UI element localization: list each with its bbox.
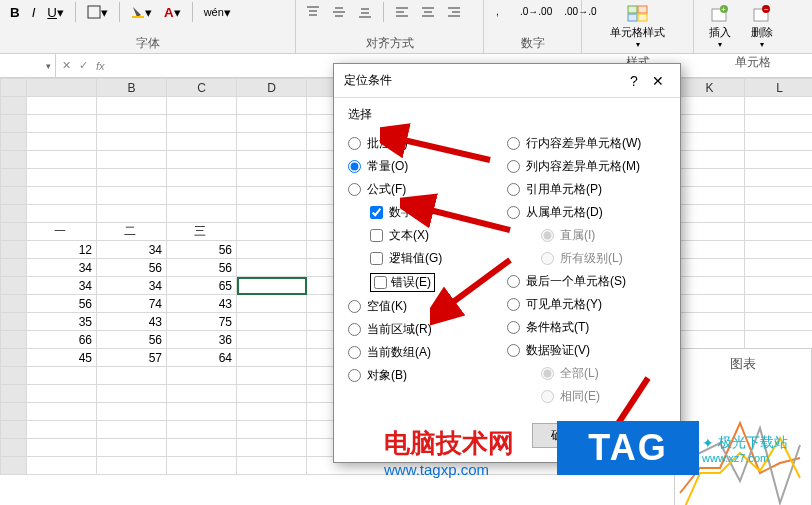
cell[interactable]: 35 xyxy=(27,313,97,331)
cell-styles-button[interactable]: 单元格样式▾ xyxy=(604,2,671,50)
option-constants[interactable]: 常量(O) xyxy=(348,158,507,175)
col-header[interactable]: D xyxy=(237,79,307,97)
dec-increase-button[interactable]: .0→.00 xyxy=(516,4,556,19)
cell[interactable]: 36 xyxy=(167,331,237,349)
option-objects[interactable]: 对象(B) xyxy=(348,367,507,384)
option-current-region[interactable]: 当前区域(R) xyxy=(348,321,507,338)
col-header[interactable] xyxy=(27,79,97,97)
border-button[interactable]: ▾ xyxy=(83,3,112,22)
col-header[interactable]: C xyxy=(167,79,237,97)
cell[interactable]: 一 xyxy=(27,223,97,241)
cell[interactable]: 56 xyxy=(97,331,167,349)
cells-group-label: 单元格 xyxy=(700,50,806,71)
cell[interactable]: 34 xyxy=(27,259,97,277)
align-top-button[interactable] xyxy=(302,3,324,21)
svg-text:,: , xyxy=(496,6,499,17)
cell[interactable]: 34 xyxy=(27,277,97,295)
insert-cells-button[interactable]: + 插入▾ xyxy=(700,2,740,50)
option-blanks[interactable]: 空值(K) xyxy=(348,298,507,315)
option-numbers[interactable]: 数字(U) xyxy=(370,204,507,221)
align-bottom-button[interactable] xyxy=(354,3,376,21)
cell[interactable]: 34 xyxy=(97,241,167,259)
option-all-levels: 所有级别(L) xyxy=(541,250,666,267)
option-formulas[interactable]: 公式(F) xyxy=(348,181,507,198)
option-errors[interactable]: 错误(E) xyxy=(370,273,507,292)
option-logicals[interactable]: 逻辑值(G) xyxy=(370,250,507,267)
close-button[interactable]: ✕ xyxy=(646,73,670,89)
option-data-val[interactable]: 数据验证(V) xyxy=(507,342,666,359)
font-group-label: 字体 xyxy=(6,31,289,52)
svg-rect-24 xyxy=(638,14,647,21)
watermark-tag-badge: TAG xyxy=(557,421,699,475)
option-visible[interactable]: 可见单元格(Y) xyxy=(507,296,666,313)
svg-rect-0 xyxy=(88,6,100,18)
option-text[interactable]: 文本(X) xyxy=(370,227,507,244)
align-left-button[interactable] xyxy=(391,3,413,21)
cell[interactable]: 65 xyxy=(167,277,237,295)
option-row-diff[interactable]: 行内容差异单元格(W) xyxy=(507,135,666,152)
align-right-button[interactable] xyxy=(443,3,465,21)
star-icon: ✦ xyxy=(702,435,714,451)
number-group-label: 数字 xyxy=(490,31,575,52)
option-current-array[interactable]: 当前数组(A) xyxy=(348,344,507,361)
cell[interactable]: 56 xyxy=(27,295,97,313)
underline-button[interactable]: U▾ xyxy=(43,3,68,22)
bold-button[interactable]: B xyxy=(6,3,24,22)
svg-rect-1 xyxy=(132,16,144,18)
option-last-cell[interactable]: 最后一个单元格(S) xyxy=(507,273,666,290)
cell[interactable]: 34 xyxy=(97,277,167,295)
selected-cell[interactable] xyxy=(237,277,307,295)
fill-color-button[interactable]: ▾ xyxy=(127,3,156,22)
option-comments[interactable]: 批注(C) xyxy=(348,135,507,152)
cell[interactable]: 64 xyxy=(167,349,237,367)
ribbon: B I U▾ ▾ ▾ A▾ wén▾ 字体 对齐方式 , .0→.00 xyxy=(0,0,812,54)
cell[interactable]: 56 xyxy=(97,259,167,277)
svg-text:+: + xyxy=(721,5,726,14)
svg-rect-23 xyxy=(628,14,637,21)
cell[interactable]: 三 xyxy=(167,223,237,241)
cell[interactable]: 43 xyxy=(97,313,167,331)
cell[interactable]: 45 xyxy=(27,349,97,367)
svg-rect-21 xyxy=(628,6,637,13)
cell[interactable]: 56 xyxy=(167,259,237,277)
align-group-label: 对齐方式 xyxy=(302,31,477,52)
cell[interactable]: 75 xyxy=(167,313,237,331)
cancel-fx-icon: ✕ xyxy=(62,59,71,72)
font-color-button[interactable]: A▾ xyxy=(160,3,185,22)
cell[interactable]: 二 xyxy=(97,223,167,241)
comma-button[interactable]: , xyxy=(490,2,512,20)
cell[interactable]: 66 xyxy=(27,331,97,349)
option-direct: 直属(I) xyxy=(541,227,666,244)
accept-fx-icon: ✓ xyxy=(79,59,88,72)
italic-button[interactable]: I xyxy=(28,3,40,22)
align-center-button[interactable] xyxy=(417,3,439,21)
cell[interactable]: 43 xyxy=(167,295,237,313)
help-button[interactable]: ? xyxy=(622,73,646,89)
option-cond-fmt[interactable]: 条件格式(T) xyxy=(507,319,666,336)
name-box[interactable]: ▾ xyxy=(0,54,56,77)
option-dependents[interactable]: 从属单元格(D) xyxy=(507,204,666,221)
select-all-corner[interactable] xyxy=(1,79,27,97)
col-header[interactable]: B xyxy=(97,79,167,97)
align-middle-button[interactable] xyxy=(328,3,350,21)
option-all: 全部(L) xyxy=(541,365,666,382)
cell[interactable]: 56 xyxy=(167,241,237,259)
option-col-diff[interactable]: 列内容差异单元格(M) xyxy=(507,158,666,175)
option-precedents[interactable]: 引用单元格(P) xyxy=(507,181,666,198)
phonetic-button[interactable]: wén▾ xyxy=(200,3,235,22)
cell[interactable]: 57 xyxy=(97,349,167,367)
col-header[interactable]: K xyxy=(675,79,745,97)
col-header[interactable]: L xyxy=(745,79,813,97)
fx-icon[interactable]: fx xyxy=(96,60,105,72)
cell[interactable]: 74 xyxy=(97,295,167,313)
select-section-label: 选择 xyxy=(348,106,666,123)
svg-text:−: − xyxy=(764,5,769,14)
watermark-xz7: ✦极光下载站 www.xz7.com xyxy=(702,434,788,464)
goto-special-dialog: 定位条件 ? ✕ 选择 批注(C) 常量(O) 公式(F) 数字(U) 文本(X… xyxy=(333,63,681,463)
cell[interactable]: 12 xyxy=(27,241,97,259)
svg-rect-22 xyxy=(638,6,647,13)
chart-title: 图表 xyxy=(675,349,811,373)
dialog-title: 定位条件 xyxy=(344,72,622,89)
delete-cells-button[interactable]: − 删除▾ xyxy=(742,2,782,50)
option-same: 相同(E) xyxy=(541,388,666,405)
